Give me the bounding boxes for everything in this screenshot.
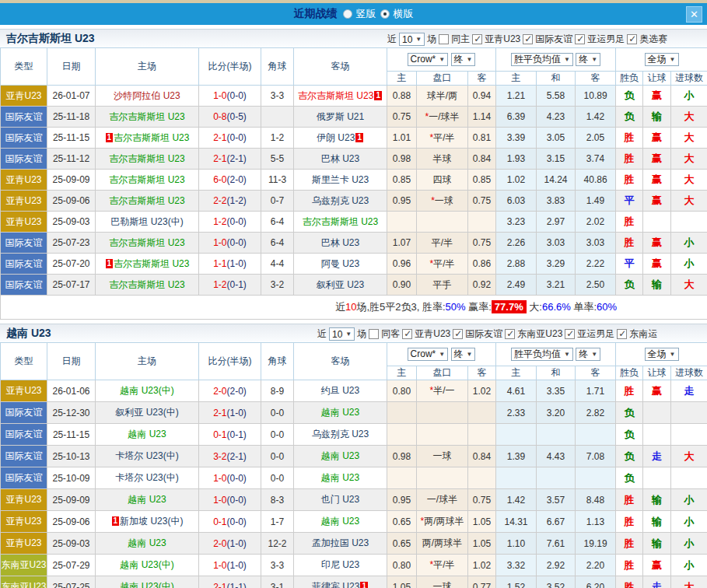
avg-away-odds: 2.20 — [576, 555, 616, 576]
league-checkbox-2[interactable] — [575, 34, 585, 44]
corner-score: 8-3 — [261, 489, 294, 511]
halftime-score: (1-1) — [227, 582, 247, 588]
avg-home-odds: 14.31 — [496, 511, 537, 533]
league-checkbox-3[interactable] — [565, 329, 575, 339]
handicap-text: 平/半 — [433, 258, 454, 269]
final-odds-select[interactable]: 终▼ — [451, 53, 476, 66]
col-away: 客场 — [294, 343, 387, 380]
league-checkbox-0[interactable] — [402, 329, 412, 339]
result-goals: 大 — [671, 576, 707, 588]
chevron-down-icon: ▼ — [564, 56, 570, 63]
competition-type-badge: 国际友谊 — [1, 149, 47, 170]
halftime-score: (1-0) — [227, 408, 247, 418]
layout-radio-1[interactable] — [380, 9, 390, 19]
home-cell: 吉尔吉斯斯坦 U23 — [96, 149, 199, 170]
away-team: 越南 U23 — [321, 472, 359, 483]
avg-draw-odds: 7.61 — [537, 533, 576, 555]
away-cell: 叙利亚 U23 — [294, 275, 387, 296]
score-cell: 1-0(0-0) — [199, 467, 261, 489]
league-checkbox-1[interactable] — [453, 329, 463, 339]
home-team: 巴勒斯坦 U23(中) — [110, 216, 183, 227]
league-checkbox-0[interactable] — [472, 34, 482, 44]
competition-type-badge: 国际友谊 — [1, 402, 47, 424]
fulltime-score: 2-0 — [213, 538, 226, 549]
crow-select[interactable]: Crow*▼ — [408, 348, 449, 361]
home-team-wrap: 吉尔吉斯斯坦 U23 — [109, 237, 184, 248]
result-goals: 大 — [671, 128, 707, 149]
handicap-line: 平/半 — [417, 233, 468, 254]
fullmatch-group: 全场▼ — [616, 343, 707, 366]
fullmatch-select[interactable]: 全场▼ — [645, 348, 679, 361]
layout-radio-0[interactable] — [343, 9, 352, 19]
halftime-score: (1-2) — [227, 195, 247, 206]
away-team: 越南 U23 — [321, 450, 359, 461]
away-team: 阿曼 U23 — [321, 258, 359, 269]
result-handicap: 赢 — [643, 149, 671, 170]
match-count-select[interactable]: 10▼ — [399, 33, 425, 46]
chevron-down-icon: ▼ — [564, 351, 570, 358]
final-avg-select[interactable]: 终▼ — [576, 53, 600, 66]
league-label-2: 东南亚U23 — [517, 327, 562, 341]
league-label-2: 亚运男足 — [587, 33, 625, 46]
team-sections-container: 吉尔吉斯斯坦 U23近10▼场同主亚青U23国际友谊亚运男足奥选赛类型日期主场比… — [0, 29, 707, 588]
away-team-wrap: 叙利亚 U23 — [317, 279, 364, 290]
match-row: 国际友谊25-10-09卡塔尔 U23(中)1-0(0-0)0-0越南 U23负 — [1, 467, 707, 489]
final-avg-select[interactable]: 终▼ — [576, 348, 600, 361]
home-team-wrap: 1吉尔吉斯斯坦 U23 — [105, 258, 190, 269]
home-cell: 巴勒斯坦 U23(中) — [96, 212, 199, 233]
sub-col-0: 主 — [387, 72, 417, 86]
summary-segment-3: 50% — [446, 301, 466, 313]
wdl-avg-select[interactable]: 胜平负均值▼ — [511, 53, 573, 66]
handicap-line: 球半/两 — [417, 86, 468, 107]
layout-radio-group: 竖版横版 — [343, 7, 414, 21]
match-count-select[interactable]: 10▼ — [329, 327, 355, 341]
result-handicap: 赢 — [643, 170, 671, 191]
away-cell: 乌兹别克 U23 — [294, 424, 387, 446]
avg-draw-odds — [537, 424, 576, 446]
fullmatch-select-value: 全场 — [648, 348, 667, 361]
away-team-wrap: 越南 U23 — [321, 407, 359, 418]
halftime-score: (0-0) — [227, 237, 247, 248]
competition-type-badge: 国际友谊 — [1, 254, 47, 275]
halftime-score: (0-0) — [227, 495, 247, 506]
same-venue-checkbox[interactable] — [439, 34, 449, 44]
handicap-line: *一球 — [417, 191, 468, 212]
away-team-wrap: 约旦 U23 — [321, 385, 359, 396]
wdl-avg-select[interactable]: 胜平负均值▼ — [511, 348, 573, 361]
corner-score: 3-1 — [261, 576, 294, 588]
fulltime-score: 2-2 — [213, 195, 226, 206]
chevron-down-icon: ▼ — [439, 351, 445, 358]
home-team: 吉尔吉斯斯坦 U23 — [109, 111, 184, 122]
competition-type-badge: 亚青U23 — [1, 86, 47, 107]
league-checkbox-2[interactable] — [505, 329, 515, 339]
home-team-wrap: 巴勒斯坦 U23(中) — [110, 216, 183, 227]
crow-select[interactable]: Crow*▼ — [408, 53, 449, 66]
avg-away-odds: 3.03 — [576, 233, 616, 254]
result-goals: 小 — [671, 254, 707, 275]
halftime-score: (0-0) — [227, 473, 247, 484]
sub-col-8: 进球数 — [671, 366, 707, 380]
home-team: 沙特阿拉伯 U23 — [114, 90, 180, 101]
halftime-score: (2-0) — [227, 386, 247, 397]
final-odds-select-value: 终 — [454, 53, 464, 66]
col-corner: 角球 — [261, 48, 294, 86]
league-checkbox-1[interactable] — [523, 34, 533, 44]
close-button[interactable]: ✕ — [686, 6, 702, 23]
fullmatch-select[interactable]: 全场▼ — [645, 53, 679, 66]
league-checkbox-3[interactable] — [627, 34, 637, 44]
result-goals: 小 — [671, 511, 707, 533]
crow-home-odds: 0.65 — [387, 533, 417, 555]
same-venue-checkbox[interactable] — [369, 329, 379, 339]
result-handicap: 赢 — [643, 380, 671, 402]
fulltime-score: 1-0 — [213, 237, 226, 248]
final-odds-select[interactable]: 终▼ — [451, 348, 476, 361]
chevron-down-icon: ▼ — [415, 36, 422, 43]
recent-matches-table: 类型日期主场比分(半场)角球客场Crow*▼ 终▼胜平负均值▼ 终▼全场▼主盘口… — [0, 342, 707, 588]
away-team-wrap: 孟加拉国 U23 — [312, 537, 369, 548]
league-checkbox-4[interactable] — [617, 329, 627, 339]
score-cell: 2-1(0-0) — [199, 128, 261, 149]
result-goals: 小 — [671, 555, 707, 576]
competition-type-badge: 东南亚U23 — [1, 555, 47, 576]
same-venue-label: 同主 — [451, 33, 470, 46]
handicap-line: 平手 — [417, 275, 468, 296]
